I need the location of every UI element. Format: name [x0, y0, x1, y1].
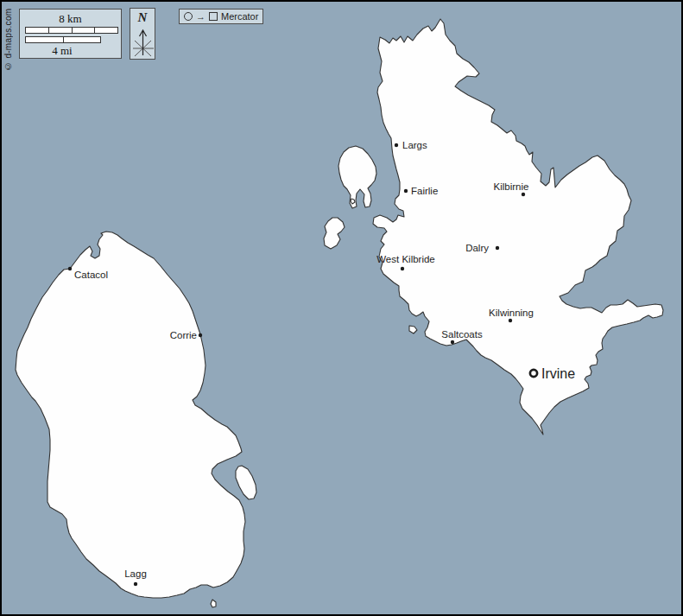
town-marker — [401, 267, 404, 270]
town-marker — [496, 246, 499, 250]
km-scale-bar — [25, 27, 118, 34]
little-cumbrae-island — [324, 218, 345, 249]
town-label: Kilbirnie — [494, 181, 529, 192]
scale-segment — [95, 28, 117, 33]
scale-km-label: 8 km — [20, 13, 121, 24]
town-marker — [395, 143, 398, 147]
town-label: West Kilbride — [376, 254, 435, 264]
map-frame: LargsFairlieKilbirnieDalryWest KilbrideK… — [0, 0, 683, 616]
projection-panel: → Mercator — [179, 9, 263, 24]
north-label: N — [130, 10, 155, 25]
scale-segment — [49, 28, 73, 33]
town-label: Catacol — [74, 270, 108, 280]
saltcoats-islet — [409, 326, 417, 333]
town-marker — [68, 267, 72, 270]
arrow-right-icon: → — [196, 12, 206, 22]
town-label: Saltcoats — [441, 329, 483, 340]
mi-scale-bar — [25, 36, 101, 43]
town-marker — [530, 370, 537, 377]
town-marker — [522, 193, 525, 196]
town-marker — [134, 582, 137, 586]
scale-segment — [64, 37, 101, 42]
projected-square-icon — [209, 12, 218, 21]
town-label: Irvine — [541, 366, 575, 381]
mainland-coastline — [373, 19, 663, 435]
town-marker — [199, 333, 202, 337]
town-marker — [404, 189, 408, 193]
map-canvas: LargsFairlieKilbirnieDalryWest KilbrideK… — [0, 0, 683, 616]
town-label: Largs — [402, 140, 427, 150]
great-cumbrae-island — [338, 146, 376, 208]
town-catacol: Catacol — [68, 267, 108, 280]
scale-segment — [73, 28, 96, 33]
town-label: Dalry — [465, 243, 489, 253]
town-marker — [451, 340, 454, 344]
town-label: Corrie — [170, 330, 197, 340]
holy-isle-island — [236, 466, 256, 499]
scale-segment — [26, 28, 49, 33]
projection-label: Mercator — [221, 11, 258, 22]
attribution: © d-maps.com — [3, 7, 13, 73]
globe-circle-icon — [184, 12, 193, 21]
scale-mi-label: 4 mi — [25, 45, 99, 56]
town-marker — [509, 319, 512, 322]
arran-island-coastline — [16, 232, 245, 598]
town-label: Lagg — [124, 568, 147, 579]
scale-panel: 8 km 4 mi — [19, 9, 122, 59]
scale-segment — [26, 37, 64, 42]
pladda-islet — [211, 600, 216, 607]
north-panel: N — [130, 8, 155, 60]
north-arrow-icon — [130, 26, 156, 60]
cumbrae-islet — [351, 199, 355, 204]
town-label: Fairlie — [411, 186, 438, 196]
town-label: Kilwinning — [489, 308, 534, 318]
